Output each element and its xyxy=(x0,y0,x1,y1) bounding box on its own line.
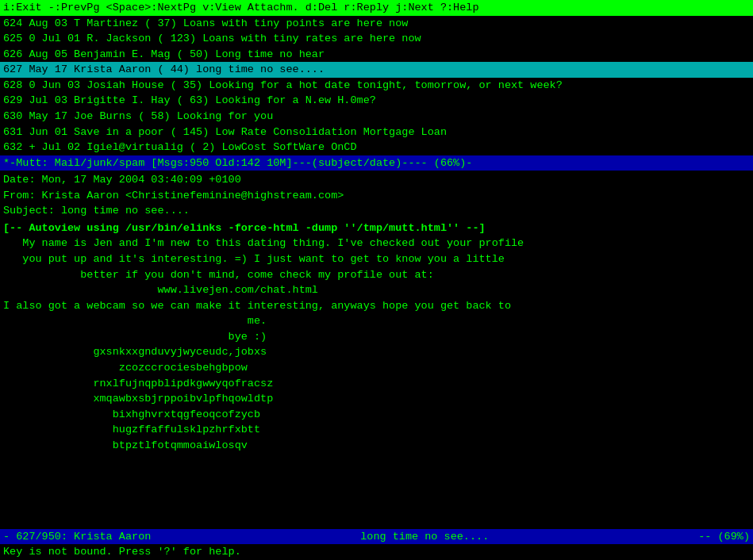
body-line: you put up and it's interesting. =) I ju… xyxy=(3,251,750,267)
bottom-status-right: -- (69%) xyxy=(698,529,750,545)
email-row[interactable]: 626 Aug 05 Benjamin E. Mag ( 50) Long ti… xyxy=(0,47,753,63)
body-line: I also got a webcam so we can make it in… xyxy=(3,298,750,314)
body-line: gxsnkxxgnduvyjwyceudc,jobxs xyxy=(3,344,750,360)
email-row[interactable]: 625 0 Jul 01 R. Jackson ( 123) Loans wit… xyxy=(0,31,753,47)
bottom-help-text: Key is not bound. Press '?' for help. xyxy=(3,546,241,558)
bottom-status-center: long time no see.... xyxy=(151,529,698,545)
body-line: btpztlfotqmmoaiwlosqv xyxy=(3,438,750,454)
body-line: zcozccrociesbehgbpow xyxy=(3,360,750,376)
email-row[interactable]: 624 Aug 03 T Martinez ( 37) Loans with t… xyxy=(0,16,753,32)
body-line: www.livejen.com/chat.html xyxy=(3,282,750,298)
bottom-status-bar: - 627/950: Krista Aaron long time no see… xyxy=(0,529,753,545)
terminal-screen: i:Exit -:PrevPg <Space>:NextPg v:View At… xyxy=(0,0,753,560)
body-line: bye :) xyxy=(3,329,750,345)
email-row[interactable]: 628 0 Jun 03 Josiah House ( 35) Looking … xyxy=(0,78,753,94)
email-from: From: Krista Aaron <Christinefeminine@hi… xyxy=(3,188,750,204)
menu-bar-text: i:Exit -:PrevPg <Space>:NextPg v:View At… xyxy=(3,2,479,13)
top-menu-bar: i:Exit -:PrevPg <Space>:NextPg v:View At… xyxy=(0,0,753,16)
email-row[interactable]: 627 May 17 Krista Aaron ( 44) long time … xyxy=(0,62,753,78)
email-headers: Date: Mon, 17 May 2004 03:40:09 +0100 Fr… xyxy=(0,171,753,221)
email-date: Date: Mon, 17 May 2004 03:40:09 +0100 xyxy=(3,172,750,188)
body-line: bixhghvrxtqgfeoqcofzycb xyxy=(3,407,750,423)
mutt-status-bar: *-Mutt: Mail/junk/spam [Msgs:950 Old:142… xyxy=(0,155,753,171)
bottom-status-left: - 627/950: Krista Aaron xyxy=(3,529,151,545)
email-row[interactable]: 631 Jun 01 Save in a poor ( 145) Low Rat… xyxy=(0,125,753,140)
email-body: My name is Jen and I'm new to this datin… xyxy=(0,236,753,528)
body-line: rnxlfujnqpblipdkgwwyqofracsz xyxy=(3,376,750,392)
email-row[interactable]: 632 + Jul 02 Igiel@virtualig ( 2) LowCos… xyxy=(0,140,753,155)
mutt-status-text: *-Mutt: Mail/junk/spam [Msgs:950 Old:142… xyxy=(3,157,472,169)
email-row[interactable]: 630 May 17 Joe Burns ( 58) Looking for y… xyxy=(0,109,753,125)
email-list: 624 Aug 03 T Martinez ( 37) Loans with t… xyxy=(0,16,753,155)
body-line: better if you don't mind, come check my … xyxy=(3,267,750,283)
body-line: My name is Jen and I'm new to this datin… xyxy=(3,236,750,251)
email-subject: Subject: long time no see.... xyxy=(3,203,750,219)
email-row[interactable]: 629 Jul 03 Brigitte I. Hay ( 63) Looking… xyxy=(0,93,753,109)
bottom-help-bar: Key is not bound. Press '?' for help. xyxy=(0,544,753,560)
body-line: hugzffaffulsklpzhrfxbtt xyxy=(3,422,750,438)
body-line: me. xyxy=(3,313,750,329)
body-line: xmqawbxsbjrppoibvlpfhqowldtp xyxy=(3,391,750,407)
autoview-line: [-- Autoview using /usr/bin/elinks -forc… xyxy=(0,221,753,236)
